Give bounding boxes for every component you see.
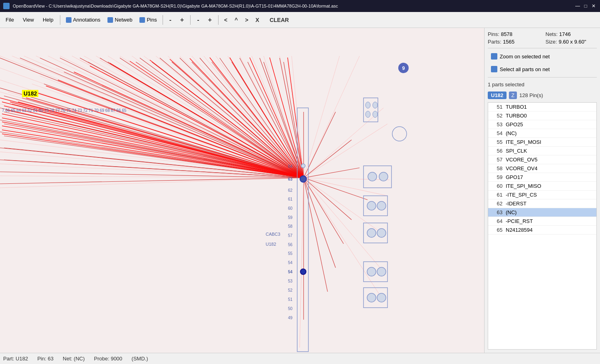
svg-line-109 (300, 178, 304, 348)
divider-1 (488, 48, 597, 48)
window-controls: — □ ✕ (574, 3, 597, 9)
nav-up[interactable]: ^ (231, 15, 241, 25)
svg-line-119 (2, 134, 304, 178)
svg-line-67 (0, 160, 304, 178)
svg-line-124 (46, 86, 304, 178)
status-sep4 (125, 356, 128, 362)
svg-line-62 (0, 88, 304, 178)
svg-line-99 (248, 62, 304, 178)
svg-line-63 (0, 108, 304, 178)
svg-line-2 (24, 56, 304, 178)
svg-line-5 (60, 56, 304, 178)
svg-line-6 (72, 56, 304, 178)
status-probe: Probe: 9000 (94, 356, 122, 362)
svg-line-12 (144, 56, 304, 178)
svg-line-10 (120, 56, 304, 178)
svg-rect-141 (373, 102, 377, 108)
svg-line-68 (0, 172, 304, 178)
zoom-plus-1[interactable]: + (176, 15, 188, 25)
pin-number: 63 (491, 209, 503, 215)
svg-line-114 (2, 114, 304, 178)
pins-toggle[interactable]: Pins (136, 16, 160, 24)
svg-line-29 (0, 116, 304, 178)
pin-list-item[interactable]: 60ITE_SPI_MISO (488, 182, 596, 191)
close-button[interactable]: ✕ (590, 3, 597, 9)
pin-list[interactable]: 51TURBO152TURBO053GPO2554(NC)55ITE_SPI_M… (488, 102, 597, 350)
menu-help[interactable]: Help (39, 15, 58, 24)
pin-list-item[interactable]: 65N24128594 (488, 226, 596, 235)
nav-x[interactable]: X (252, 15, 262, 25)
pin-list-item[interactable]: 61-ITE_SPI_CS (488, 191, 596, 199)
svg-line-128 (110, 63, 304, 178)
zoom-plus-2[interactable]: + (204, 15, 216, 25)
pin-list-item[interactable]: 51TURBO1 (488, 103, 596, 111)
pcb-canvas[interactable]: 9 64 63 62 61 60 59 58 57 56 55 54 54 53 (0, 28, 484, 353)
svg-line-42 (128, 60, 304, 178)
annotations-toggle[interactable]: Annotations (63, 16, 104, 24)
maximize-button[interactable]: □ (582, 3, 589, 9)
pins-info: Pins: 8578 (488, 31, 539, 37)
svg-text:CABC3: CABC3 (266, 232, 280, 237)
svg-line-133 (210, 58, 304, 178)
pin-list-item[interactable]: 55ITE_SPI_MOSI (488, 138, 596, 147)
part-id-badge[interactable]: U182 (488, 91, 507, 99)
menu-file[interactable]: File (2, 15, 18, 24)
svg-line-101 (284, 62, 304, 178)
pin-name: TURBO0 (506, 113, 527, 119)
svg-text:60: 60 (288, 206, 293, 211)
select-parts-button[interactable]: Select all parts on net (488, 64, 597, 74)
svg-point-159 (392, 127, 407, 141)
svg-line-136 (270, 58, 304, 178)
svg-text:7 66 65 64 63 62 81 60 79 78 7: 7 66 65 64 63 62 81 60 79 78 77 76 75 74… (2, 108, 127, 113)
pin-list-item[interactable]: 63(NC) (488, 208, 596, 217)
pin-list-item[interactable]: 56SPI_CLK (488, 147, 596, 155)
pin-list-item[interactable]: 57VCORE_OV5 (488, 155, 596, 164)
separator-2 (163, 15, 163, 25)
svg-line-131 (170, 59, 304, 178)
svg-line-16 (192, 56, 304, 178)
zoom-net-button[interactable]: Zoom on selected net (488, 52, 597, 61)
clear-button[interactable]: CLEAR (264, 15, 294, 25)
nav-left[interactable]: < (221, 15, 230, 25)
pin-list-item[interactable]: 59GPO17 (488, 173, 596, 182)
minimize-button[interactable]: — (574, 3, 581, 9)
svg-line-107 (304, 178, 383, 272)
pin-list-item[interactable]: 58VCORE_OV4 (488, 164, 596, 173)
pin-list-item[interactable]: 64-PCIE_RST (488, 217, 596, 226)
svg-line-7 (84, 56, 304, 178)
part-z-badge[interactable]: Z (509, 91, 517, 99)
svg-rect-147 (364, 196, 387, 216)
zoom-minus-2[interactable]: - (193, 15, 203, 25)
zoom-net-icon (491, 53, 497, 60)
svg-point-145 (368, 172, 377, 181)
zoom-minus-1[interactable]: - (165, 15, 175, 25)
svg-line-123 (34, 92, 304, 178)
svg-rect-150 (364, 223, 387, 243)
svg-line-58 (220, 58, 304, 178)
size-label: Size: (546, 39, 557, 45)
app-icon (3, 3, 10, 9)
svg-line-80 (304, 112, 336, 178)
svg-line-1 (12, 56, 304, 178)
nav-right[interactable]: > (242, 15, 251, 25)
pins-label: Pins: (488, 31, 499, 37)
netweb-toggle[interactable]: Netweb (104, 16, 135, 24)
svg-line-37 (32, 84, 304, 178)
svg-line-100 (264, 62, 304, 178)
canvas-area[interactable]: 9 64 63 62 61 60 59 58 57 56 55 54 54 53 (0, 28, 484, 353)
svg-line-127 (90, 66, 304, 178)
pin-number: 58 (491, 165, 503, 171)
pin-list-item[interactable]: 52TURBO0 (488, 111, 596, 120)
svg-line-102 (304, 108, 383, 178)
separator-3 (190, 15, 191, 25)
pin-number: 64 (491, 218, 503, 224)
svg-line-92 (4, 148, 304, 178)
pin-number: 54 (491, 130, 503, 136)
pin-list-item[interactable]: 54(NC) (488, 129, 596, 138)
pin-list-item[interactable]: 62-IDERST (488, 199, 596, 208)
svg-line-115 (2, 118, 304, 178)
svg-line-125 (58, 80, 304, 178)
pin-list-item[interactable]: 53GPO25 (488, 120, 596, 129)
menu-view[interactable]: View (19, 15, 38, 24)
size-value: 9.60 x 9.60" (558, 39, 586, 45)
